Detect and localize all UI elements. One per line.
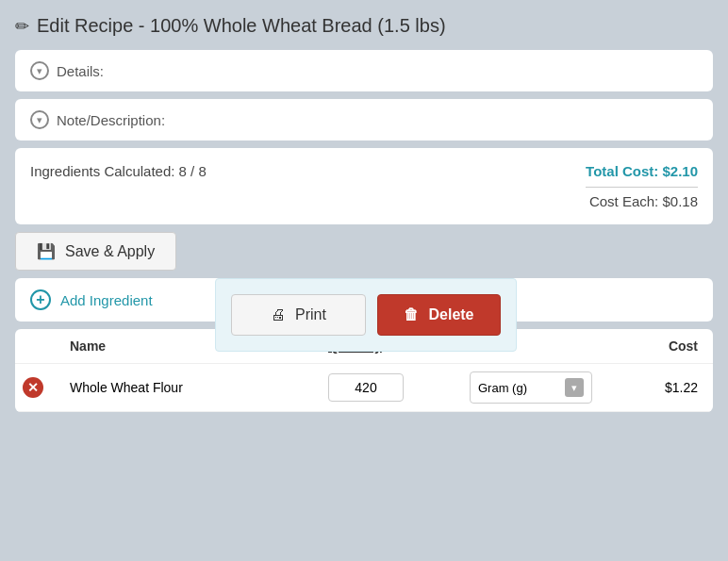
unit-select[interactable]: Gram (g) ▾ — [470, 371, 592, 404]
popup-overlay: 🖨 Print 🗑 Delete — [215, 278, 517, 352]
print-label: Print — [295, 306, 326, 323]
pencil-icon: ✏ — [15, 16, 29, 37]
delete-button[interactable]: 🗑 Delete — [377, 294, 501, 336]
title-text: Edit Recipe - 100% Whole Wheat Bread (1.… — [37, 15, 446, 37]
note-section[interactable]: Note/Description: — [15, 99, 713, 140]
info-box: Ingredients Calculated: 8 / 8 Total Cost… — [15, 148, 713, 224]
unit-cell: Gram (g) ▾ — [470, 371, 611, 404]
details-section[interactable]: Details: — [15, 50, 713, 91]
save-apply-label: Save & Apply — [65, 243, 155, 260]
cost-cell: $1.22 — [611, 380, 705, 395]
add-ingredient-label: Add Ingredient — [60, 292, 153, 308]
delete-label: Delete — [428, 306, 473, 323]
action-buttons-row: 💾 Save & Apply — [15, 232, 713, 271]
printer-icon: 🖨 — [271, 306, 286, 323]
note-label: Note/Description: — [57, 112, 165, 128]
cost-each: Cost Each: $0.18 — [586, 193, 698, 209]
page-title: ✏ Edit Recipe - 100% Whole Wheat Bread (… — [15, 15, 713, 37]
col-header-cost: Cost — [611, 338, 705, 354]
note-chevron-icon[interactable] — [30, 110, 49, 129]
col-header-empty — [23, 338, 70, 354]
table-row: ✕ Whole Wheat Flour Gram (g) ▾ $1.22 — [15, 364, 713, 412]
quantity-input[interactable] — [328, 373, 404, 402]
print-button[interactable]: 🖨 Print — [231, 294, 366, 336]
remove-icon[interactable]: ✕ — [23, 377, 43, 398]
save-apply-button[interactable]: 💾 Save & Apply — [15, 232, 176, 271]
remove-button[interactable]: ✕ — [23, 377, 70, 398]
quantity-cell — [328, 373, 470, 402]
details-label: Details: — [57, 63, 104, 79]
unit-label: Gram (g) — [478, 381, 527, 395]
add-icon: + — [30, 289, 51, 310]
total-cost: Total Cost: $2.10 — [586, 163, 698, 188]
trash-icon: 🗑 — [404, 306, 419, 323]
unit-chevron-icon: ▾ — [565, 378, 584, 397]
details-chevron-icon[interactable] — [30, 61, 49, 80]
ingredients-calculated: Ingredients Calculated: 8 / 8 — [30, 163, 207, 179]
ingredient-name: Whole Wheat Flour — [70, 380, 328, 395]
save-disk-icon: 💾 — [37, 242, 56, 260]
page-container: ✏ Edit Recipe - 100% Whole Wheat Bread (… — [0, 0, 728, 561]
